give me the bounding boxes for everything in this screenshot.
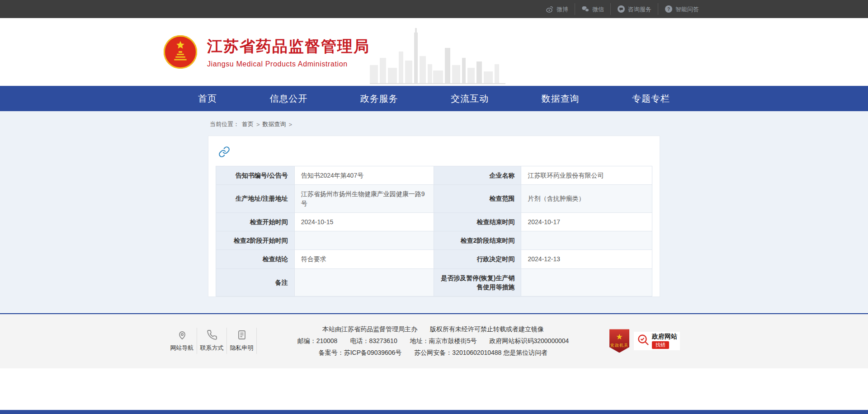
- footer-link-label: 网站导航: [167, 344, 197, 352]
- field-label: 检查2阶段结束时间: [434, 231, 521, 250]
- topbar: 微博 微信 咨询服务 ? 智能问答: [0, 0, 868, 18]
- topbar-consult-link[interactable]: 咨询服务: [610, 3, 658, 15]
- inspection-detail-table: 告知书编号/公告号 告知书2024年第407号 企业名称 江苏联环药业股份有限公…: [216, 166, 652, 296]
- bottom-blue-strip: [0, 410, 868, 414]
- nav-item-home[interactable]: 首页: [194, 93, 221, 105]
- topbar-inner: 微博 微信 咨询服务 ? 智能问答: [163, 0, 705, 18]
- field-value: 片剂（含抗肿瘤类）: [521, 185, 652, 213]
- field-label: 检查结论: [216, 250, 295, 268]
- bottom-whitespace: [0, 368, 868, 410]
- detail-card: 告知书编号/公告号 告知书2024年第407号 企业名称 江苏联环药业股份有限公…: [208, 136, 660, 297]
- field-value: 江苏省扬州市扬州生物健康产业园健康一路9号: [294, 185, 434, 213]
- field-label: 生产地址/注册地址: [216, 185, 295, 213]
- footer-links: 网站导航 联系方式 隐私申明: [167, 328, 257, 354]
- phone-icon: [197, 329, 226, 340]
- footer-link-privacy[interactable]: 隐私申明: [227, 328, 257, 354]
- footer-line-1: 本站由江苏省药品监督管理局主办 版权所有未经许可禁止转载或者建立镜像: [266, 323, 600, 335]
- field-label: 告知书编号/公告号: [216, 166, 295, 185]
- field-label: 行政决定时间: [434, 250, 521, 268]
- field-label: 检查结束时间: [434, 212, 521, 231]
- breadcrumb-prefix: 当前位置：: [210, 120, 239, 128]
- topbar-label: 咨询服务: [628, 6, 651, 12]
- field-value: 江苏联环药业股份有限公司: [521, 166, 652, 185]
- topbar-label: 微博: [557, 6, 568, 12]
- field-value: 2024-10-17: [521, 212, 652, 231]
- topbar-label: 微信: [592, 6, 604, 12]
- footer-line-3: 备案号：苏ICP备09039606号 苏公网安备：32010602010488 …: [266, 347, 600, 358]
- topbar-weibo-link[interactable]: 微博: [539, 3, 575, 15]
- nav-item-gov-services[interactable]: 政务服务: [357, 93, 402, 105]
- field-label: 备注: [216, 268, 295, 296]
- magnifier-icon: [637, 333, 650, 348]
- badge-shield-label: 党政机关: [610, 343, 628, 348]
- breadcrumb-separator: >: [256, 121, 260, 128]
- field-label: 企业名称: [434, 166, 521, 185]
- consult-service-icon: [617, 5, 625, 13]
- field-label: 是否涉及暂停(恢复)生产销售使用等措施: [434, 268, 521, 296]
- national-emblem-logo: [163, 34, 198, 70]
- party-gov-badge[interactable]: ★ 党政机关: [609, 329, 629, 353]
- wechat-icon: [581, 5, 590, 13]
- field-label: 检查2阶段开始时间: [216, 231, 295, 250]
- footer-inner: 网站导航 联系方式 隐私申明 本站由江苏省药品监督管理局主办 版权所有未经许可禁…: [163, 323, 705, 358]
- nav-item-info-disclosure[interactable]: 信息公开: [266, 93, 311, 105]
- document-icon: [227, 329, 256, 340]
- content-inner: 当前位置： 首页 > 数据查询 > 告知书编号/公告号 告知书2024年第407…: [208, 111, 660, 297]
- nav-item-data-query[interactable]: 数据查询: [538, 93, 583, 105]
- field-label: 检查开始时间: [216, 212, 295, 231]
- field-value: 符合要求: [294, 250, 434, 268]
- table-row: 检查2阶段开始时间 检查2阶段结束时间: [216, 231, 652, 250]
- smart-qa-icon: ?: [665, 5, 673, 13]
- topbar-qa-link[interactable]: ? 智能问答: [658, 3, 705, 15]
- field-value: [294, 231, 434, 250]
- badge-find-top-label: 政府网站: [652, 333, 677, 340]
- field-value: 告知书2024年第407号: [294, 166, 434, 185]
- footer-link-contact[interactable]: 联系方式: [197, 328, 227, 354]
- table-row: 备注 是否涉及暂停(恢复)生产销售使用等措施: [216, 268, 652, 296]
- header-inner: 江苏省药品监督管理局 Jiangsu Medical Products Admi…: [163, 18, 705, 86]
- topbar-wechat-link[interactable]: 微信: [575, 3, 610, 15]
- table-row: 检查结论 符合要求 行政决定时间 2024-12-13: [216, 250, 652, 268]
- title-block: 江苏省药品监督管理局 Jiangsu Medical Products Admi…: [207, 36, 370, 68]
- field-value: 2024-12-13: [521, 250, 652, 268]
- footer-link-label: 联系方式: [197, 344, 226, 352]
- main-nav-inner: 首页 信息公开 政务服务 交流互动 数据查询 专题专栏: [194, 86, 674, 111]
- field-value: 2024-10-15: [294, 212, 434, 231]
- site-title: 江苏省药品监督管理局: [207, 36, 370, 57]
- field-value: [294, 268, 434, 296]
- breadcrumb-home-link[interactable]: 首页: [242, 120, 254, 128]
- badge-find-text: 政府网站 找错: [652, 333, 677, 348]
- table-row: 检查开始时间 2024-10-15 检查结束时间 2024-10-17: [216, 212, 652, 231]
- site-subtitle: Jiangsu Medical Products Administration: [207, 60, 370, 68]
- svg-text:?: ?: [667, 7, 670, 12]
- footer-link-label: 隐私申明: [227, 344, 256, 352]
- footer-info: 本站由江苏省药品监督管理局主办 版权所有未经许可禁止转载或者建立镜像 邮编：21…: [257, 323, 609, 358]
- nav-item-special-topics[interactable]: 专题专栏: [628, 93, 674, 105]
- site-header: 江苏省药品监督管理局 Jiangsu Medical Products Admi…: [0, 18, 868, 86]
- footer-link-sitemap[interactable]: 网站导航: [167, 328, 197, 354]
- footer: 网站导航 联系方式 隐私申明 本站由江苏省药品监督管理局主办 版权所有未经许可禁…: [0, 313, 868, 368]
- footer-line-2: 邮编：210008 电话：83273610 地址：南京市鼓楼街5号 政府网站标识…: [266, 335, 600, 347]
- badge-find-bottom-label: 找错: [652, 341, 669, 349]
- footer-badges: ★ 党政机关 政府网站 找错: [609, 329, 680, 353]
- breadcrumb-data-query-link[interactable]: 数据查询: [263, 120, 286, 128]
- topbar-label: 智能问答: [675, 6, 699, 12]
- content-area: 当前位置： 首页 > 数据查询 > 告知书编号/公告号 告知书2024年第407…: [0, 111, 868, 313]
- table-row: 告知书编号/公告号 告知书2024年第407号 企业名称 江苏联环药业股份有限公…: [216, 166, 652, 185]
- nav-item-interaction[interactable]: 交流互动: [447, 93, 492, 105]
- site-error-report-badge[interactable]: 政府网站 找错: [634, 332, 680, 350]
- link-icon: [218, 146, 230, 160]
- main-nav: 首页 信息公开 政务服务 交流互动 数据查询 专题专栏: [0, 86, 868, 111]
- weibo-icon: [546, 5, 554, 13]
- breadcrumb-separator: >: [289, 121, 292, 128]
- field-value: [521, 268, 652, 296]
- star-icon: ★: [616, 333, 623, 341]
- field-value: [521, 231, 652, 250]
- breadcrumb: 当前位置： 首页 > 数据查询 >: [208, 111, 660, 136]
- field-label: 检查范围: [434, 185, 521, 213]
- map-pin-icon: [167, 329, 197, 340]
- table-row: 生产地址/注册地址 江苏省扬州市扬州生物健康产业园健康一路9号 检查范围 片剂（…: [216, 185, 652, 213]
